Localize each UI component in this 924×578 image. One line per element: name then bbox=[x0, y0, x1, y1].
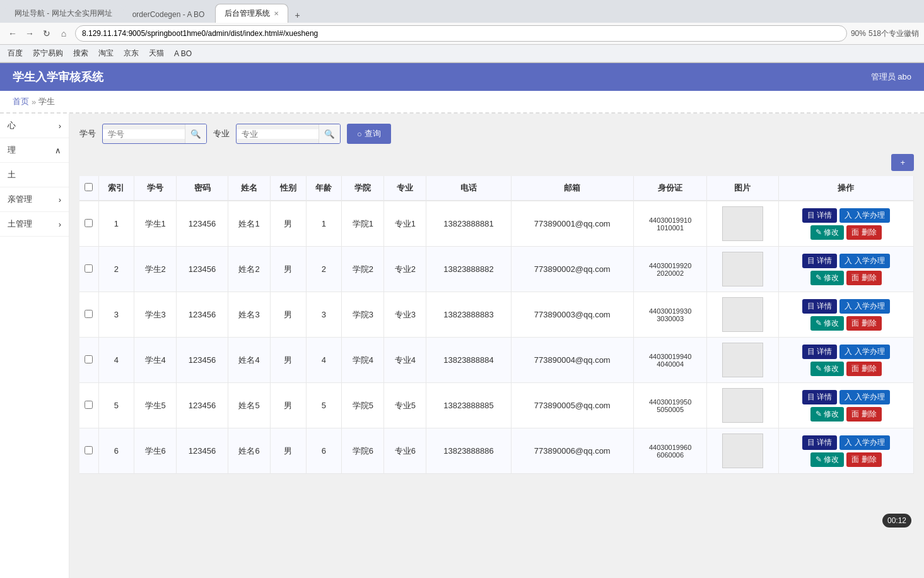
row-email-2: 773890003@qq.com bbox=[511, 292, 633, 338]
action-row-bottom-1: ✎ 修改 面 删除 bbox=[810, 271, 882, 285]
row-select-5[interactable] bbox=[85, 446, 93, 454]
row-image-0 bbox=[707, 201, 778, 247]
sidebar-item-soil-mgmt[interactable]: 土管理 › bbox=[0, 212, 69, 237]
header-student-id: 学号 bbox=[134, 176, 177, 201]
tab-2[interactable]: orderCodegen - A BO bbox=[123, 6, 214, 23]
admit-button-4[interactable]: 入 入学办理 bbox=[839, 390, 889, 404]
new-tab-button[interactable]: + bbox=[289, 8, 305, 23]
header-college: 学院 bbox=[342, 176, 384, 201]
edit-button-5[interactable]: ✎ 修改 bbox=[810, 452, 844, 467]
row-name-3: 姓名4 bbox=[228, 338, 270, 383]
admit-button-2[interactable]: 入 入学办理 bbox=[839, 299, 889, 314]
detail-button-5[interactable]: 目 详情 bbox=[802, 435, 837, 450]
sidebar-item-heart[interactable]: 心 › bbox=[0, 114, 69, 138]
major-input[interactable] bbox=[237, 129, 319, 139]
image-placeholder-0 bbox=[722, 206, 763, 241]
delete-button-5[interactable]: 面 删除 bbox=[846, 452, 881, 467]
action-row-bottom-3: ✎ 修改 面 删除 bbox=[810, 362, 882, 376]
row-idcard-5: 44030019960 6060006 bbox=[633, 428, 707, 474]
query-button[interactable]: ○ 查询 bbox=[347, 124, 391, 144]
header-gender: 性别 bbox=[271, 176, 307, 201]
sidebar-item-relation-mgmt[interactable]: 亲管理 › bbox=[0, 187, 69, 212]
row-select-3[interactable] bbox=[85, 355, 93, 363]
bookmark-baidu[interactable]: 百度 bbox=[5, 47, 25, 60]
table-header-row: 索引 学号 密码 姓名 性别 年龄 学院 专业 电话 邮箱 身份证 图片 操作 bbox=[79, 176, 914, 201]
detail-button-4[interactable]: 目 详情 bbox=[802, 390, 837, 404]
action-group-0: 目 详情 入 入学办理 ✎ 修改 面 删除 bbox=[781, 208, 911, 240]
action-row-bottom-2: ✎ 修改 面 删除 bbox=[810, 316, 882, 331]
row-password-1: 123456 bbox=[177, 247, 228, 292]
delete-button-4[interactable]: 面 删除 bbox=[846, 407, 881, 422]
row-student-id-4: 学生5 bbox=[134, 383, 177, 428]
detail-button-0[interactable]: 目 详情 bbox=[802, 208, 837, 223]
url-input[interactable] bbox=[75, 25, 847, 42]
row-image-1 bbox=[707, 247, 778, 292]
delete-button-1[interactable]: 面 删除 bbox=[846, 271, 881, 285]
search-icon: ○ bbox=[357, 129, 362, 139]
action-row-bottom-0: ✎ 修改 面 删除 bbox=[810, 225, 882, 240]
delete-button-0[interactable]: 面 删除 bbox=[846, 225, 881, 240]
tab-close-icon[interactable]: ✕ bbox=[274, 10, 279, 17]
admit-button-3[interactable]: 入 入学办理 bbox=[839, 345, 889, 359]
admit-button-1[interactable]: 入 入学办理 bbox=[839, 254, 889, 268]
row-select-1[interactable] bbox=[85, 264, 93, 273]
bookmark-abo[interactable]: A BO bbox=[172, 48, 194, 59]
edit-button-2[interactable]: ✎ 修改 bbox=[810, 316, 844, 331]
bookmark-search[interactable]: 搜索 bbox=[71, 47, 91, 60]
row-phone-2: 13823888883 bbox=[426, 292, 511, 338]
edit-button-4[interactable]: ✎ 修改 bbox=[810, 407, 844, 422]
detail-button-1[interactable]: 目 详情 bbox=[802, 254, 837, 268]
bookmarks-bar: 百度 苏宁易购 搜索 淘宝 京东 天猫 A BO bbox=[0, 45, 924, 62]
sidebar: 心 › 理 ∧ 土 亲管理 › 土管理 › bbox=[0, 114, 69, 578]
edit-button-0[interactable]: ✎ 修改 bbox=[810, 225, 844, 240]
tab-1[interactable]: 网址导航 - 网址大全实用网址 bbox=[5, 4, 122, 23]
row-phone-4: 13823888885 bbox=[426, 383, 511, 428]
row-phone-3: 13823888884 bbox=[426, 338, 511, 383]
row-checkbox-3 bbox=[79, 338, 98, 383]
row-major-5: 专业6 bbox=[384, 428, 426, 474]
sidebar-item-manage2[interactable]: 土 bbox=[0, 163, 69, 187]
student-id-search-icon[interactable]: 🔍 bbox=[185, 124, 206, 143]
major-search-icon[interactable]: 🔍 bbox=[319, 124, 340, 143]
edit-button-3[interactable]: ✎ 修改 bbox=[810, 362, 844, 376]
detail-button-3[interactable]: 目 详情 bbox=[802, 345, 837, 359]
image-placeholder-1 bbox=[722, 252, 763, 286]
edit-button-1[interactable]: ✎ 修改 bbox=[810, 271, 844, 285]
row-age-2: 3 bbox=[306, 292, 342, 338]
action-row-bottom-5: ✎ 修改 面 删除 bbox=[810, 452, 882, 467]
delete-button-2[interactable]: 面 删除 bbox=[846, 316, 881, 331]
row-select-2[interactable] bbox=[85, 310, 93, 318]
bookmark-jd[interactable]: 京东 bbox=[121, 47, 141, 60]
admit-button-0[interactable]: 入 入学办理 bbox=[839, 208, 889, 223]
add-student-button[interactable]: + bbox=[891, 154, 914, 171]
row-email-3: 773890004@qq.com bbox=[511, 338, 633, 383]
bookmark-tianmao[interactable]: 天猫 bbox=[146, 47, 167, 60]
browser-actions: 90% 518个专业徽销 bbox=[851, 28, 919, 39]
breadcrumb-home[interactable]: 首页 bbox=[13, 96, 29, 107]
bookmark-taobao[interactable]: 淘宝 bbox=[96, 47, 116, 60]
detail-button-2[interactable]: 目 详情 bbox=[802, 299, 837, 314]
sidebar-item-manage1[interactable]: 理 ∧ bbox=[0, 138, 69, 163]
action-row-top-0: 目 详情 入 入学办理 bbox=[802, 208, 890, 223]
header-phone: 电话 bbox=[426, 176, 511, 201]
tab-3-active[interactable]: 后台管理系统 ✕ bbox=[215, 4, 288, 23]
header-id-card: 身份证 bbox=[633, 176, 707, 201]
row-college-3: 学院4 bbox=[342, 338, 384, 383]
bookmark-suning[interactable]: 苏宁易购 bbox=[30, 47, 66, 60]
row-age-5: 6 bbox=[306, 428, 342, 474]
delete-button-3[interactable]: 面 删除 bbox=[846, 362, 881, 376]
row-student-id-2: 学生3 bbox=[134, 292, 177, 338]
reload-button[interactable]: ↻ bbox=[39, 26, 54, 41]
back-button[interactable]: ← bbox=[5, 26, 20, 41]
row-major-3: 专业4 bbox=[384, 338, 426, 383]
row-select-4[interactable] bbox=[85, 401, 93, 409]
row-college-0: 学院1 bbox=[342, 201, 384, 247]
student-id-input[interactable] bbox=[103, 129, 185, 139]
select-all-checkbox[interactable] bbox=[85, 183, 93, 191]
admit-button-5[interactable]: 入 入学办理 bbox=[839, 435, 889, 450]
forward-button[interactable]: → bbox=[22, 26, 37, 41]
home-button[interactable]: ⌂ bbox=[56, 26, 71, 41]
header-age: 年龄 bbox=[306, 176, 342, 201]
browser-chrome: 网址导航 - 网址大全实用网址 orderCodegen - A BO 后台管理… bbox=[0, 0, 924, 63]
row-select-0[interactable] bbox=[85, 219, 93, 227]
